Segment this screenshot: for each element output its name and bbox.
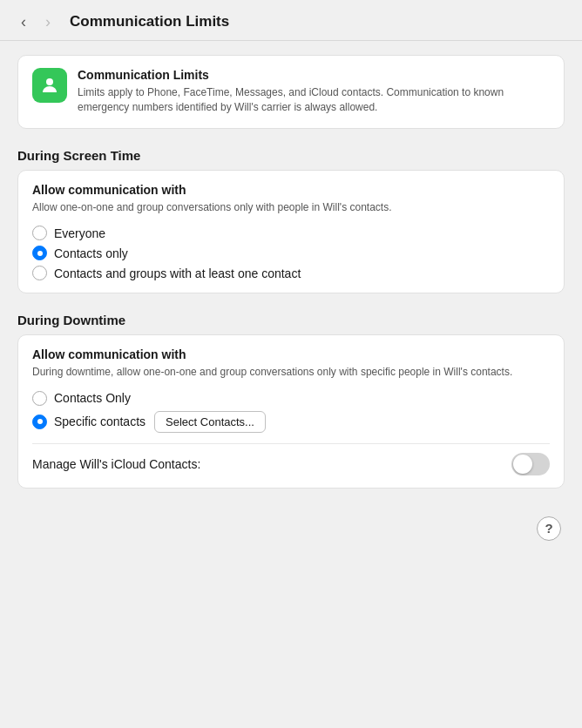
person-icon	[39, 75, 60, 96]
info-card: Communication Limits Limits apply to Pho…	[17, 55, 565, 129]
downtime-specific-contacts-row: Specific contacts Select Contacts...	[32, 411, 550, 433]
communication-limits-icon	[32, 68, 67, 103]
radio-specific-contacts[interactable]	[32, 415, 47, 429]
select-contacts-button[interactable]: Select Contacts...	[154, 411, 266, 433]
screen-time-option-everyone[interactable]: Everyone	[32, 226, 550, 240]
forward-button[interactable]: ›	[38, 12, 58, 31]
downtime-panel: Allow communication with During downtime…	[17, 334, 565, 488]
screen-time-panel: Allow communication with Allow one-on-on…	[17, 170, 565, 293]
downtime-option-specific-contacts[interactable]: Specific contacts	[32, 415, 146, 429]
downtime-option-contacts-only[interactable]: Contacts Only	[32, 391, 550, 406]
radio-contacts-only[interactable]	[32, 246, 47, 260]
back-button[interactable]: ‹	[14, 12, 33, 31]
screen-time-option-contacts-groups[interactable]: Contacts and groups with at least one co…	[32, 266, 550, 280]
downtime-panel-title: Allow communication with	[32, 347, 550, 361]
info-card-title: Communication Limits	[78, 68, 550, 82]
info-card-desc: Limits apply to Phone, FaceTime, Message…	[78, 85, 550, 116]
downtime-heading: During Downtime	[17, 313, 565, 327]
radio-contacts-only-label: Contacts only	[54, 246, 128, 260]
screen-time-heading: During Screen Time	[17, 148, 565, 163]
radio-specific-contacts-label: Specific contacts	[54, 415, 146, 428]
toggle-knob	[513, 455, 532, 474]
radio-contacts-groups[interactable]	[32, 266, 47, 280]
page-title: Communication Limits	[70, 13, 229, 30]
help-button[interactable]: ?	[537, 516, 561, 541]
help-area: ?	[17, 508, 565, 544]
manage-icloud-label: Manage Will's iCloud Contacts:	[32, 457, 200, 471]
manage-icloud-row: Manage Will's iCloud Contacts:	[32, 443, 550, 475]
info-text-block: Communication Limits Limits apply to Pho…	[78, 68, 550, 116]
radio-contacts-groups-label: Contacts and groups with at least one co…	[54, 266, 301, 280]
manage-icloud-toggle[interactable]	[511, 453, 550, 475]
radio-downtime-contacts-only-label: Contacts Only	[54, 391, 131, 405]
nav-bar: ‹ › Communication Limits	[0, 0, 582, 41]
svg-point-0	[46, 78, 53, 85]
screen-time-option-contacts-only[interactable]: Contacts only	[32, 246, 550, 260]
downtime-panel-desc: During downtime, allow one-on-one and gr…	[32, 365, 550, 380]
main-content: Communication Limits Limits apply to Pho…	[0, 41, 582, 562]
radio-everyone-label: Everyone	[54, 226, 105, 240]
radio-downtime-contacts-only[interactable]	[32, 391, 47, 406]
screen-time-panel-desc: Allow one-on-one and group conversations…	[32, 200, 550, 215]
screen-time-panel-title: Allow communication with	[32, 183, 550, 197]
radio-everyone[interactable]	[32, 226, 47, 240]
